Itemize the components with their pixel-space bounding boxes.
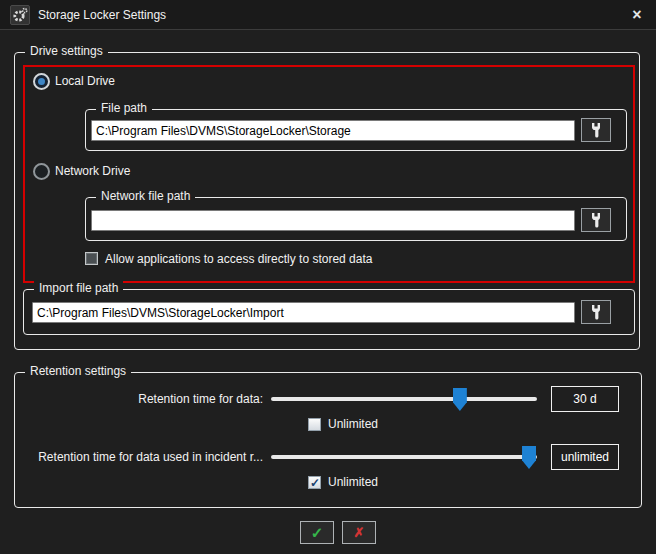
slider-handle[interactable] — [453, 388, 467, 411]
retention-data-unlimited-label: Unlimited — [328, 417, 378, 431]
retention-incident-slider[interactable] — [271, 446, 537, 469]
drive-settings-group: Drive settings Local Drive File path Net… — [14, 52, 640, 350]
retention-incident-unlimited-label: Unlimited — [328, 475, 378, 489]
file-path-input[interactable] — [91, 120, 575, 141]
retention-data-slider[interactable] — [271, 388, 537, 411]
import-file-path-input[interactable] — [32, 302, 575, 323]
file-path-browse-button[interactable] — [581, 118, 611, 142]
allow-direct-access-label: Allow applications to access directly to… — [105, 252, 372, 266]
network-file-path-input[interactable] — [91, 210, 575, 231]
local-drive-label: Local Drive — [55, 74, 115, 88]
retention-data-label: Retention time for data: — [25, 392, 263, 406]
import-file-path-browse-button[interactable] — [581, 300, 611, 324]
slider-track — [271, 397, 537, 401]
file-path-group: File path — [85, 109, 627, 151]
file-path-legend: File path — [96, 101, 152, 115]
network-drive-label: Network Drive — [55, 164, 130, 178]
slider-handle[interactable] — [522, 446, 536, 469]
allow-direct-access-checkbox[interactable] — [85, 252, 98, 265]
network-file-path-group: Network file path — [85, 197, 627, 241]
local-drive-radio[interactable] — [33, 73, 50, 90]
title-bar: Storage Locker Settings × — [0, 0, 656, 30]
network-file-path-legend: Network file path — [96, 189, 195, 203]
retention-data-unlimited-checkbox[interactable] — [308, 418, 321, 431]
window-title: Storage Locker Settings — [38, 8, 166, 22]
drive-settings-legend: Drive settings — [25, 44, 108, 58]
retention-settings-group: Retention settings Retention time for da… — [14, 372, 642, 508]
gears-icon — [10, 5, 30, 25]
retention-incident-value: unlimited — [551, 444, 619, 470]
import-file-path-legend: Import file path — [34, 281, 123, 295]
checkmark-icon: ✓ — [311, 524, 324, 542]
network-file-path-browse-button[interactable] — [581, 208, 611, 232]
wrench-icon — [591, 305, 601, 320]
retention-incident-label: Retention time for data used in incident… — [25, 450, 263, 464]
wrench-icon — [591, 213, 601, 228]
x-icon: ✗ — [354, 525, 365, 540]
cancel-button[interactable]: ✗ — [342, 521, 376, 544]
wrench-icon — [591, 123, 601, 138]
retention-data-value: 30 d — [551, 386, 619, 412]
close-icon[interactable]: × — [628, 7, 646, 23]
ok-button[interactable]: ✓ — [300, 521, 334, 544]
slider-track — [271, 455, 537, 459]
network-drive-radio[interactable] — [33, 163, 50, 180]
retention-incident-unlimited-checkbox[interactable] — [308, 476, 321, 489]
retention-settings-legend: Retention settings — [25, 364, 131, 378]
import-file-path-group: Import file path — [23, 289, 635, 335]
